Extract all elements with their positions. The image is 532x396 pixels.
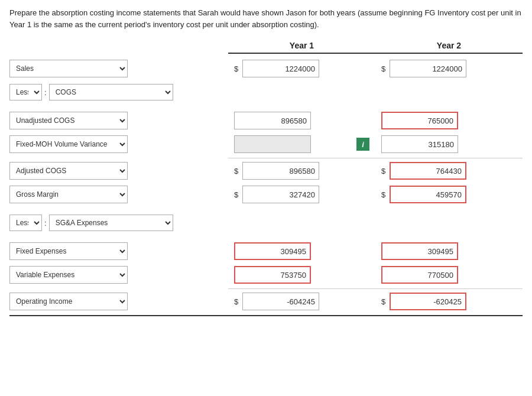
gross-margin-select[interactable]: Gross Margin: [9, 186, 128, 203]
intro-text: Prepare the absorption costing income st…: [9, 7, 523, 30]
bottom-divider: [9, 315, 523, 316]
unadjusted-cogs-label-area: Unadjusted COGS: [9, 112, 228, 129]
unadjusted-cogs-row: Unadjusted COGS: [9, 111, 523, 131]
op-income-y2-dollar: $: [381, 297, 387, 306]
cogs-select[interactable]: COGS: [49, 84, 173, 100]
operating-income-y1-area: $: [228, 293, 375, 310]
gross-margin-label-area: Gross Margin: [9, 186, 228, 203]
operating-income-y2-input[interactable]: [390, 293, 466, 310]
sales-y1-dollar: $: [234, 64, 240, 73]
variable-exp-label-area: Variable Expenses: [9, 266, 228, 284]
variable-exp-row: Variable Expenses: [9, 265, 523, 285]
unadjusted-cogs-y1-input[interactable]: [234, 112, 311, 129]
colon1: :: [44, 88, 47, 97]
gross-margin-y1-input[interactable]: [242, 186, 319, 203]
operating-divider: [228, 288, 523, 289]
variable-exp-select[interactable]: Variable Expenses: [9, 266, 128, 284]
adjusted-cogs-select[interactable]: Adjusted COGS: [9, 162, 128, 180]
variable-exp-y2-area: [375, 266, 523, 284]
year2-header: Year 2: [375, 41, 523, 54]
colon2: :: [44, 219, 47, 228]
fixed-moh-y2-input[interactable]: [381, 135, 458, 153]
fixed-moh-select[interactable]: Fixed-MOH Volume Variance: [9, 135, 128, 153]
sales-y2-dollar: $: [381, 64, 387, 73]
unadjusted-cogs-y1-area: [228, 112, 375, 129]
fixed-moh-y1-input[interactable]: [234, 135, 311, 153]
fixed-moh-label-area: Fixed-MOH Volume Variance: [9, 135, 228, 153]
sgna-select[interactable]: SG&A Expenses: [49, 215, 173, 231]
adj-cogs-y1-dollar: $: [234, 167, 240, 176]
adjusted-cogs-label-area: Adjusted COGS: [9, 162, 228, 180]
sales-row: Sales $ $: [9, 59, 523, 79]
gross-margin-row: Gross Margin $ $: [9, 184, 523, 205]
operating-income-y1-input[interactable]: [242, 293, 319, 310]
gross-margin-y1-dollar: $: [234, 190, 240, 199]
unadjusted-cogs-y2-area: [375, 112, 523, 129]
operating-income-select[interactable]: Operating Income: [9, 293, 128, 310]
sales-y2-input[interactable]: [390, 60, 466, 77]
col-label-spacer: [9, 41, 228, 54]
year1-header: Year 1: [228, 41, 375, 54]
adjusted-cogs-y1-input[interactable]: [242, 162, 319, 180]
op-income-y1-dollar: $: [234, 297, 240, 306]
variable-exp-y1-input[interactable]: [234, 266, 311, 284]
fixed-moh-row: Fixed-MOH Volume Variance i: [9, 134, 523, 154]
gross-margin-y2-area: $: [375, 186, 523, 203]
less-cogs-label-area: Less : COGS: [9, 84, 228, 100]
less2-select[interactable]: Less: [9, 215, 42, 231]
adjusted-cogs-y2-input[interactable]: [390, 162, 466, 180]
fixed-moh-y2-area: [375, 135, 523, 153]
sales-select[interactable]: Sales: [9, 60, 128, 77]
adjusted-cogs-y1-area: $: [228, 162, 375, 180]
fixed-exp-select[interactable]: Fixed Expenses: [9, 242, 128, 260]
unadjusted-cogs-y2-input[interactable]: [381, 112, 458, 129]
less-cogs-row: Less : COGS: [9, 82, 523, 102]
less-sgna-label-area: Less : SG&A Expenses: [9, 215, 228, 231]
sales-year2-area: $: [375, 60, 523, 77]
variable-exp-y2-input[interactable]: [381, 266, 458, 284]
fixed-exp-y1-area: [228, 242, 375, 260]
fixed-exp-label-area: Fixed Expenses: [9, 242, 228, 260]
operating-income-label-area: Operating Income: [9, 293, 228, 310]
variable-exp-y1-area: [228, 266, 375, 284]
sales-year1-area: $: [228, 60, 375, 77]
fixed-moh-y1-area: i: [228, 135, 375, 153]
operating-income-y2-area: $: [375, 293, 523, 310]
fixed-exp-y2-area: [375, 242, 523, 260]
operating-income-row: Operating Income $ $: [9, 291, 523, 311]
sales-label-area: Sales: [9, 60, 228, 77]
fixed-exp-row: Fixed Expenses: [9, 241, 523, 261]
gross-margin-y1-area: $: [228, 186, 375, 203]
fixed-exp-y1-input[interactable]: [234, 242, 311, 260]
gross-margin-y2-input[interactable]: [390, 186, 466, 203]
fixed-exp-y2-input[interactable]: [381, 242, 458, 260]
sales-y1-input[interactable]: [242, 60, 319, 77]
adjusted-cogs-row: Adjusted COGS $ $: [9, 161, 523, 181]
header-row: Year 1 Year 2: [9, 41, 523, 54]
less-sgna-row: Less : SG&A Expenses: [9, 213, 523, 233]
cogs-divider: [228, 158, 523, 158]
gross-margin-y2-dollar: $: [381, 190, 387, 199]
unadjusted-cogs-select[interactable]: Unadjusted COGS: [9, 112, 128, 129]
less-select[interactable]: Less: [9, 84, 42, 100]
adjusted-cogs-y2-area: $: [375, 162, 523, 180]
adj-cogs-y2-dollar: $: [381, 167, 387, 176]
info-button[interactable]: i: [356, 138, 369, 151]
